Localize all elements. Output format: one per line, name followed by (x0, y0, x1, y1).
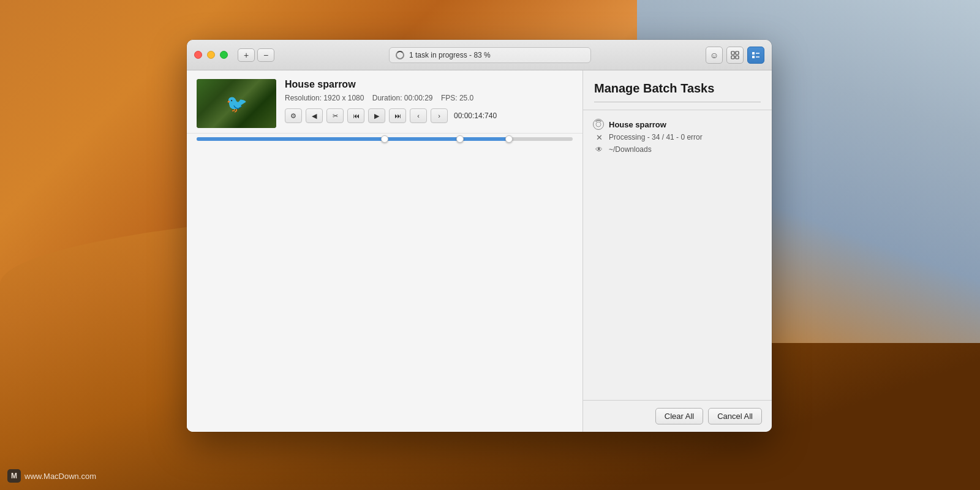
batch-divider (594, 102, 761, 102)
svg-rect-2 (731, 56, 734, 59)
clear-all-button[interactable]: Clear All (655, 408, 703, 424)
video-thumbnail (197, 79, 276, 128)
batch-item-name: House sparrow (609, 120, 666, 129)
add-button[interactable]: + (238, 48, 255, 62)
close-button[interactable] (194, 51, 202, 59)
minimize-button[interactable] (207, 51, 215, 59)
batch-footer: Clear All Cancel All (583, 400, 772, 432)
duration-label: Duration: 00:00:29 (372, 94, 433, 102)
watermark-text: www.MacDown.com (24, 472, 96, 481)
title-bar-center: 1 task in progress - 83 % (274, 47, 706, 63)
batch-item-spinner (593, 119, 604, 130)
batch-item-header: House sparrow (593, 119, 762, 130)
batch-cancel-icon[interactable]: ✕ (594, 132, 604, 142)
video-controls: ⚙ ◀ ✂ ⏮ ▶ ⏭ ‹ › 00:00:14:740 (285, 108, 573, 123)
svg-rect-4 (752, 52, 755, 55)
batch-item-status: Processing - 34 / 41 - 0 error (609, 133, 703, 141)
svg-rect-3 (736, 56, 739, 59)
progress-bar-container: 1 task in progress - 83 % (389, 47, 591, 63)
video-empty-area (187, 147, 582, 432)
batch-title: Manage Batch Tasks (594, 81, 761, 96)
grid-icon (731, 51, 739, 59)
out-point-handle[interactable] (456, 135, 464, 143)
next-frame-button[interactable]: › (431, 108, 448, 123)
video-info-bar: House sparrow Resolution: 1920 x 1080 Du… (187, 70, 582, 134)
cancel-all-button[interactable]: Cancel All (708, 408, 762, 424)
step-forward-button[interactable]: ⏭ (389, 108, 406, 123)
toolbar-buttons: + − (238, 48, 274, 62)
batch-item-path: ~/Downloads (609, 145, 652, 154)
list-view-button[interactable] (747, 47, 764, 64)
batch-item: House sparrow ✕ Processing - 34 / 41 - 0… (593, 119, 762, 154)
svg-rect-0 (731, 51, 734, 55)
resolution-label: Resolution: 1920 x 1080 (285, 94, 364, 102)
list-icon (752, 51, 760, 59)
play-button[interactable]: ▶ (368, 108, 385, 123)
progress-text: 1 task in progress - 83 % (409, 51, 491, 59)
in-point-handle[interactable] (381, 135, 388, 143)
batch-header: Manage Batch Tasks (583, 70, 772, 110)
title-bar: + − 1 task in progress - 83 % ☺ (187, 40, 772, 70)
seek-bar-container[interactable] (187, 134, 582, 147)
traffic-lights (194, 51, 228, 59)
video-details: Resolution: 1920 x 1080 Duration: 00:00:… (285, 94, 573, 102)
svg-point-8 (596, 122, 601, 127)
eye-icon[interactable]: 👁 (594, 145, 604, 154)
step-back-button[interactable]: ⏮ (347, 108, 364, 123)
fps-label: FPS: 25.0 (441, 94, 473, 102)
video-title: House sparrow (285, 79, 573, 90)
watermark: M www.MacDown.com (7, 469, 96, 483)
svg-rect-6 (752, 56, 755, 58)
grid-view-button[interactable] (726, 47, 744, 64)
skip-back-button[interactable]: ◀ (306, 108, 323, 123)
batch-list: House sparrow ✕ Processing - 34 / 41 - 0… (583, 110, 772, 400)
seek-bar[interactable] (197, 137, 573, 141)
spinner-small-icon (595, 121, 601, 127)
video-header: House sparrow Resolution: 1920 x 1080 Du… (197, 79, 573, 128)
app-window: + − 1 task in progress - 83 % ☺ (187, 40, 772, 432)
spinner-icon (396, 51, 404, 59)
svg-rect-1 (736, 51, 739, 55)
maximize-button[interactable] (220, 51, 228, 59)
title-bar-right-buttons: ☺ (706, 47, 764, 64)
settings-button[interactable]: ⚙ (285, 108, 302, 123)
batch-item-status-row: ✕ Processing - 34 / 41 - 0 error (593, 132, 762, 142)
face-button[interactable]: ☺ (706, 47, 723, 64)
playhead-handle[interactable] (505, 135, 513, 143)
batch-item-path-row: 👁 ~/Downloads (593, 145, 762, 154)
video-panel: House sparrow Resolution: 1920 x 1080 Du… (187, 70, 583, 432)
remove-button[interactable]: − (257, 48, 274, 62)
video-meta: House sparrow Resolution: 1920 x 1080 Du… (285, 79, 573, 123)
watermark-icon: M (7, 469, 21, 483)
time-display: 00:00:14:740 (454, 111, 497, 120)
main-content: House sparrow Resolution: 1920 x 1080 Du… (187, 70, 772, 432)
prev-frame-button[interactable]: ‹ (410, 108, 427, 123)
crop-button[interactable]: ✂ (326, 108, 344, 123)
batch-panel: Manage Batch Tasks House sparrow ✕ (583, 70, 772, 432)
